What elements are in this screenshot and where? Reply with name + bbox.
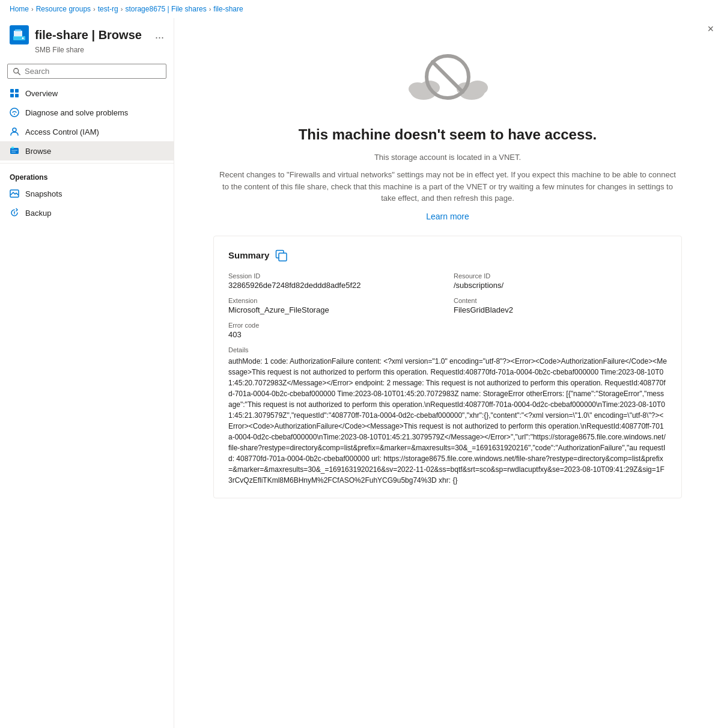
sidebar-item-label: Browse — [25, 147, 51, 156]
breadcrumb-file-share[interactable]: file-share — [213, 5, 243, 13]
svg-rect-28 — [279, 253, 287, 261]
error-subtitle: This storage account is located in a VNE… — [374, 153, 521, 162]
search-box — [7, 64, 166, 79]
breadcrumb: Home › Resource groups › test-rg › stora… — [0, 0, 721, 18]
sidebar-item-label: Overview — [25, 89, 58, 98]
learn-more-link[interactable]: Learn more — [426, 212, 469, 221]
section-header-operations: Operations — [0, 166, 174, 184]
svg-rect-7 — [15, 89, 19, 93]
svg-point-12 — [13, 128, 16, 132]
page-title: file-share | Browse — [35, 28, 142, 42]
search-icon — [13, 67, 21, 76]
summary-grid: Session ID 32865926de7248fd82deddd8adfe5… — [228, 272, 667, 339]
extension-label: Extension — [228, 297, 442, 304]
resource-id-field: Resource ID /subscriptions/ — [454, 272, 667, 290]
more-options-button[interactable]: ... — [155, 29, 164, 41]
diagnose-icon — [10, 108, 19, 117]
summary-header: Summary — [228, 248, 667, 263]
backup-icon — [10, 208, 19, 218]
close-button[interactable]: × — [707, 23, 714, 35]
svg-rect-14 — [11, 147, 14, 148]
search-input[interactable] — [25, 67, 161, 76]
breadcrumb-home[interactable]: Home — [10, 5, 29, 13]
svg-rect-6 — [10, 89, 14, 93]
nav-divider — [0, 163, 174, 164]
sidebar-item-label: Snapshots — [25, 189, 62, 198]
content-field: Content FilesGridBladev2 — [454, 297, 667, 314]
error-area: This machine doesn't seem to have access… — [174, 18, 721, 522]
main-content: × This machine doesn't seem to have acce… — [174, 18, 721, 728]
svg-rect-8 — [10, 94, 14, 97]
resource-id-label: Resource ID — [454, 272, 667, 280]
sidebar: file-share | Browse ... SMB File share — [0, 18, 174, 728]
sidebar-item-label: Backup — [25, 209, 51, 218]
iam-icon — [10, 127, 19, 136]
sidebar-nav: Overview Diagnose and solve problems Acc… — [0, 84, 174, 222]
breadcrumb-file-shares[interactable]: storage8675 | File shares — [125, 5, 206, 13]
overview-icon — [10, 88, 19, 98]
sidebar-item-snapshots[interactable]: Snapshots — [0, 184, 174, 203]
svg-point-19 — [14, 214, 15, 215]
snapshots-icon — [10, 189, 19, 198]
svg-point-10 — [10, 108, 19, 117]
breadcrumb-resource-groups[interactable]: Resource groups — [36, 5, 91, 13]
sidebar-item-diagnose[interactable]: Diagnose and solve problems — [0, 103, 174, 122]
svg-point-11 — [14, 114, 15, 115]
svg-point-25 — [467, 81, 488, 95]
breadcrumb-test-rg[interactable]: test-rg — [98, 5, 118, 13]
details-section: Details authMode: 1 code: AuthorizationF… — [228, 346, 667, 486]
details-label: Details — [228, 346, 667, 353]
sidebar-item-label: Access Control (IAM) — [25, 127, 99, 136]
svg-rect-1 — [15, 29, 21, 31]
session-id-label: Session ID — [228, 272, 442, 280]
content-label: Content — [454, 297, 667, 304]
resource-icon — [10, 25, 29, 44]
breadcrumb-sep-3: › — [121, 5, 123, 13]
content-value: FilesGridBladev2 — [454, 305, 667, 314]
session-id-field: Session ID 32865926de7248fd82deddd8adfe5… — [228, 272, 442, 290]
breadcrumb-sep-2: › — [93, 5, 96, 13]
sidebar-header: file-share | Browse ... SMB File share — [0, 18, 174, 59]
sidebar-item-label: Diagnose and solve problems — [25, 108, 128, 117]
breadcrumb-sep-4: › — [209, 5, 211, 13]
error-code-value: 403 — [228, 330, 442, 339]
sidebar-item-browse[interactable]: Browse — [0, 141, 174, 161]
breadcrumb-sep-1: › — [31, 5, 34, 13]
copy-icon[interactable] — [274, 248, 288, 263]
sidebar-item-backup[interactable]: Backup — [0, 203, 174, 222]
session-id-value: 32865926de7248fd82deddd8adfe5f22 — [228, 281, 442, 290]
svg-rect-13 — [10, 148, 19, 154]
svg-rect-9 — [15, 94, 19, 97]
summary-title: Summary — [228, 250, 269, 260]
error-title: This machine doesn't seem to have access… — [299, 126, 597, 143]
error-code-field: Error code 403 — [228, 322, 442, 339]
summary-box: Summary Session ID 32865926de7248fd82ded… — [213, 236, 682, 498]
extension-field: Extension Microsoft_Azure_FileStorage — [228, 297, 442, 314]
svg-rect-0 — [14, 31, 22, 37]
svg-point-3 — [22, 37, 24, 39]
browse-icon — [10, 146, 19, 156]
sidebar-item-overview[interactable]: Overview — [0, 84, 174, 103]
details-value: authMode: 1 code: AuthorizationFailure c… — [228, 356, 667, 486]
resource-id-value: /subscriptions/ — [454, 281, 667, 290]
error-code-label: Error code — [228, 322, 442, 329]
error-description: Recent changes to "Firewalls and virtual… — [219, 169, 676, 204]
error-illustration — [406, 42, 490, 114]
svg-line-5 — [18, 72, 20, 75]
resource-subtitle: SMB File share — [35, 46, 164, 54]
extension-value: Microsoft_Azure_FileStorage — [228, 305, 442, 314]
sidebar-item-iam[interactable]: Access Control (IAM) — [0, 122, 174, 141]
